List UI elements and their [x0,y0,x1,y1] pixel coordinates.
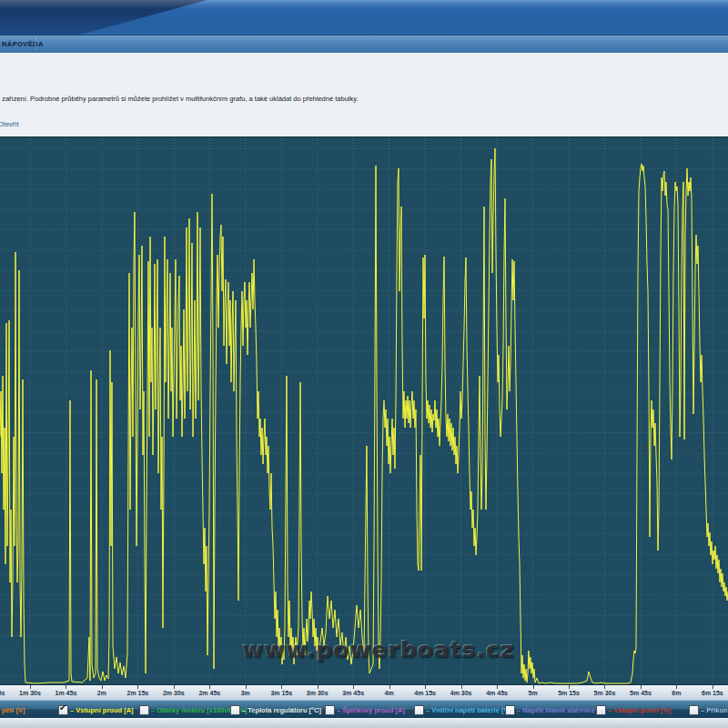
x-tick-mark [569,685,570,689]
content-panel: í zařízení. Podrobné průběhy parametrů s… [0,75,728,136]
x-tick-label: 1m 15s [0,690,5,696]
window-titlebar[interactable] [0,0,728,35]
legend-checkbox[interactable] [139,705,149,715]
x-tick-label: 4m 30s [450,690,472,696]
legend-label: – Vstupní povel [%] [608,706,671,714]
legend-label: – Vstupní proud [A] [70,706,134,714]
legend-label: – Teplota regulátoru [°C] [242,706,321,714]
legend-checkbox[interactable]: ✔ [58,705,68,715]
legend-checkbox[interactable] [689,705,699,715]
x-tick-mark [209,685,210,689]
x-tick-label: 2m [97,690,106,696]
x-tick-label: 1m 45s [56,690,77,696]
legend-checkbox[interactable] [325,705,335,715]
legend-checkbox[interactable] [596,705,606,715]
x-tick-label: 2m 15s [127,690,149,696]
x-tick-label: 3m 45s [342,690,364,696]
x-tick-mark [604,685,605,689]
legend-label: – Napětí hlavní sběrnice [V] [517,706,606,714]
open-link[interactable]: Otevřít [0,120,19,128]
watermark: www.powerboats.cz [242,638,514,662]
x-tick-mark [66,685,66,689]
x-tick-mark [30,685,31,689]
x-tick-mark [318,685,318,689]
menu-bar: NÁPOVĚDA [0,35,728,53]
x-tick-mark [713,685,713,689]
legend-checkbox[interactable] [505,705,515,715]
x-tick-mark [353,685,354,689]
chart-area[interactable]: www.powerboats.cz [0,136,728,684]
toolbar-band [0,53,728,75]
x-tick-mark [174,685,175,689]
legend-bar: pětí [V]✔– Vstupní proud [A]– Otáčky mot… [0,700,728,718]
x-tick-label: 5m [528,690,537,696]
checkmark-icon: ✔ [59,703,66,713]
x-axis: 1m 15s1m 30s1m 45s2m2m 15s2m 30s2m 45s3m… [0,684,728,700]
x-tick-mark [641,685,642,689]
x-tick-mark [137,685,138,689]
legend-label: – Vnitřní napětí baterie [V] [426,706,511,714]
titlebar-gloss [0,0,728,9]
x-tick-label: 4m 15s [414,690,436,696]
x-tick-mark [281,685,282,689]
x-tick-mark [389,685,390,689]
x-tick-label: 5m 45s [630,690,652,696]
legend-label: – Příkon regulátoru [W] [701,706,728,714]
x-tick-label: 5m 30s [594,690,616,696]
x-tick-label: 1m 30s [19,690,41,696]
trace-vstupni-proud [0,148,728,683]
menu-separator [34,37,35,51]
bottom-strip [0,718,728,728]
x-tick-mark [246,685,247,689]
x-tick-mark [461,685,462,689]
x-tick-mark [102,685,103,689]
x-tick-label: 6m 15s [702,690,723,696]
x-tick-label: 3m 15s [270,690,292,696]
x-tick-mark [497,685,498,689]
x-tick-mark [533,685,534,689]
legend-label: pětí [V] [2,706,25,714]
legend-checkbox[interactable] [230,705,240,715]
x-tick-mark [425,685,426,689]
intro-text: í zařízení. Podrobné průběhy parametrů s… [0,95,581,103]
app-window: NÁPOVĚDA í zařízení. Podrobné průběhy pa… [0,0,728,728]
x-tick-label: 4m [385,690,394,696]
chart-plot [0,136,728,684]
x-tick-label: 6m [672,690,681,696]
legend-checkbox[interactable] [414,705,424,715]
menu-item-help[interactable]: NÁPOVĚDA [0,35,50,53]
legend-label: – Špičkový proud [A] [337,706,405,714]
x-tick-label: 3m 30s [307,690,329,696]
x-tick-label: 4m 45s [486,690,508,696]
x-tick-label: 5m 15s [558,690,580,696]
x-tick-mark [676,685,677,689]
x-tick-label: 3m [241,690,250,696]
x-tick-label: 2m 45s [198,690,220,696]
x-tick-label: 2m 30s [163,690,185,696]
